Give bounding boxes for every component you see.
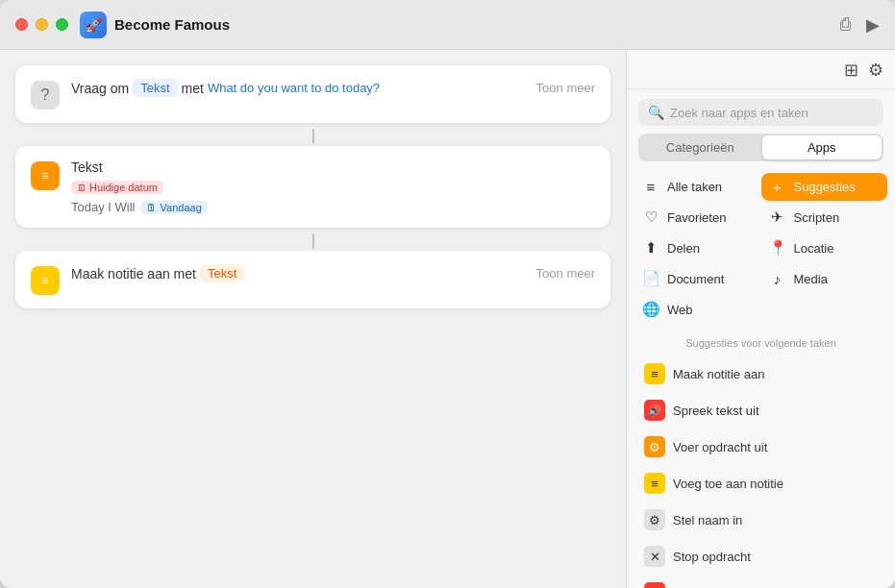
text-label: Tekst [71, 159, 595, 175]
tab-categories[interactable]: Categorieën [640, 135, 760, 159]
cat-delen[interactable]: ⬆ Delen [634, 233, 761, 262]
voer-opdracht-icon: ⚙ [644, 436, 665, 457]
sug-voer-opdracht-label: Voer opdracht uit [673, 440, 767, 454]
ask-met: met [182, 81, 204, 96]
sug-stop-opdracht-label: Stop opdracht [673, 550, 751, 564]
delen-icon: ⬆ [642, 239, 659, 257]
cat-alle-taken[interactable]: ≡ Alle taken [634, 173, 761, 201]
filter-button[interactable]: ⚙ [868, 60, 883, 81]
note-card-content: Maak notitie aan met Tekst Toon meer [71, 264, 595, 282]
favorieten-icon: ♡ [642, 208, 659, 226]
app-icon: 🚀 [80, 12, 107, 38]
document-icon: 📄 [642, 270, 659, 287]
text-date-row: 🗓 Huidige datum [71, 181, 595, 194]
right-panel: ⊞ ⚙ 🔍 Categorieën Apps ≡ Alle taken [626, 50, 895, 588]
ask-label: Vraag om [71, 81, 129, 96]
minimize-button[interactable] [36, 18, 48, 31]
sug-stel-naam-label: Stel naam in [673, 513, 742, 527]
ask-tag[interactable]: Tekst [133, 79, 177, 97]
tab-bar: Categorieën Apps [638, 134, 883, 161]
close-button[interactable] [15, 18, 28, 31]
web-icon: 🌐 [642, 301, 659, 318]
cat-web-label: Web [667, 303, 693, 317]
stel-naam-icon: ⚙ [644, 509, 665, 530]
cat-suggesties[interactable]: + Suggesties [761, 173, 888, 201]
cat-web[interactable]: 🌐 Web [634, 295, 761, 324]
cat-favorieten[interactable]: ♡ Favorieten [634, 203, 761, 232]
sug-spreek-tekst[interactable]: 🔊 Spreek tekst uit [634, 393, 887, 428]
kopieer-icon: ✂ [644, 582, 665, 588]
text-body: Today I Will [71, 200, 135, 214]
spreek-tekst-icon: 🔊 [644, 400, 665, 421]
text-body-row: Today I Will 🗓 Vandaag [71, 200, 595, 214]
media-icon: ♪ [769, 271, 786, 287]
ask-show-more[interactable]: Toon meer [536, 81, 595, 95]
divider-1 [312, 129, 314, 144]
ask-icon: ? [31, 81, 60, 110]
search-bar[interactable]: 🔍 [638, 99, 883, 126]
text-card-content: Tekst 🗓 Huidige datum Today I Will 🗓 Van… [71, 159, 595, 214]
vandaag-badge: 🗓 Vandaag [140, 201, 207, 214]
date-label: Huidige datum [89, 182, 158, 193]
cat-locatie-label: Locatie [794, 241, 834, 256]
cat-delen-label: Delen [667, 241, 700, 256]
ask-card-content: Vraag om Tekst met What do you want to d… [71, 79, 595, 97]
suggestions-title: Suggesties voor volgende taken [634, 331, 887, 356]
text-card[interactable]: ≡ Tekst 🗓 Huidige datum Today I Will 🗓 V… [15, 146, 610, 228]
categories-grid: ≡ Alle taken + Suggesties ♡ Favorieten ✈… [627, 169, 895, 331]
note-icon: ≡ [31, 266, 60, 295]
sug-voeg-toe[interactable]: ≡ Voeg toe aan notitie [634, 466, 887, 501]
cat-document-label: Document [667, 272, 724, 286]
sug-voeg-toe-label: Voeg toe aan notitie [673, 477, 783, 491]
cat-media[interactable]: ♪ Media [761, 264, 888, 293]
cat-favorieten-label: Favorieten [667, 210, 726, 225]
sug-spreek-tekst-label: Spreek tekst uit [673, 404, 759, 418]
cat-scripten-label: Scripten [794, 210, 840, 225]
cat-document[interactable]: 📄 Document [634, 264, 761, 293]
cat-scripten[interactable]: ✈ Scripten [761, 203, 888, 232]
suggesties-icon: + [769, 179, 786, 195]
cat-suggesties-label: Suggesties [794, 180, 856, 194]
date-badge: 🗓 Huidige datum [71, 181, 163, 194]
sug-stop-opdracht[interactable]: ✕ Stop opdracht [634, 539, 887, 574]
sug-stel-naam[interactable]: ⚙ Stel naam in [634, 502, 887, 537]
sug-kopieer[interactable]: ✂ Kopieer naar klembord [634, 576, 887, 588]
main-content: ? Vraag om Tekst met What do you want to… [0, 50, 895, 588]
stop-opdracht-icon: ✕ [644, 546, 665, 567]
sug-voer-opdracht[interactable]: ⚙ Voer opdracht uit [634, 429, 887, 464]
play-button[interactable]: ▶ [866, 14, 880, 36]
sug-maak-notitie[interactable]: ≡ Maak notitie aan [634, 356, 887, 391]
ask-card[interactable]: ? Vraag om Tekst met What do you want to… [15, 65, 610, 123]
note-card[interactable]: ≡ Maak notitie aan met Tekst Toon meer [15, 251, 610, 308]
search-icon: 🔍 [648, 105, 664, 120]
note-tag[interactable]: Tekst [200, 264, 244, 282]
note-show-more[interactable]: Toon meer [536, 266, 595, 281]
cat-media-label: Media [794, 272, 828, 286]
titlebar: 🚀 Become Famous ⎙ ▶ [0, 0, 895, 50]
tab-apps[interactable]: Apps [762, 135, 883, 159]
suggestions-section: Suggesties voor volgende taken ≡ Maak no… [627, 331, 895, 588]
sug-maak-notitie-label: Maak notitie aan [673, 367, 764, 381]
right-header: ⊞ ⚙ [627, 50, 895, 89]
traffic-lights [15, 18, 68, 31]
maak-notitie-icon: ≡ [644, 363, 665, 384]
alle-taken-icon: ≡ [642, 179, 659, 195]
voeg-toe-icon: ≡ [644, 473, 665, 494]
share-button[interactable]: ⎙ [840, 14, 851, 35]
search-input[interactable] [670, 106, 874, 120]
ask-value: What do you want to do today? [208, 81, 380, 95]
note-label: Maak notitie aan met [71, 266, 196, 282]
titlebar-actions: ⎙ ▶ [840, 14, 880, 36]
divider-2 [312, 233, 314, 249]
cat-alle-taken-label: Alle taken [667, 180, 722, 194]
window-title: Become Famous [114, 16, 840, 33]
fullscreen-button[interactable] [56, 18, 68, 31]
text-icon: ≡ [31, 161, 60, 190]
gallery-view-button[interactable]: ⊞ [844, 60, 858, 81]
scripten-icon: ✈ [769, 208, 786, 226]
main-window: 🚀 Become Famous ⎙ ▶ ? Vraag om Tekst met… [0, 0, 895, 588]
workflow-panel: ? Vraag om Tekst met What do you want to… [0, 50, 626, 588]
cat-locatie[interactable]: 📍 Locatie [761, 233, 888, 262]
locatie-icon: 📍 [769, 239, 786, 257]
